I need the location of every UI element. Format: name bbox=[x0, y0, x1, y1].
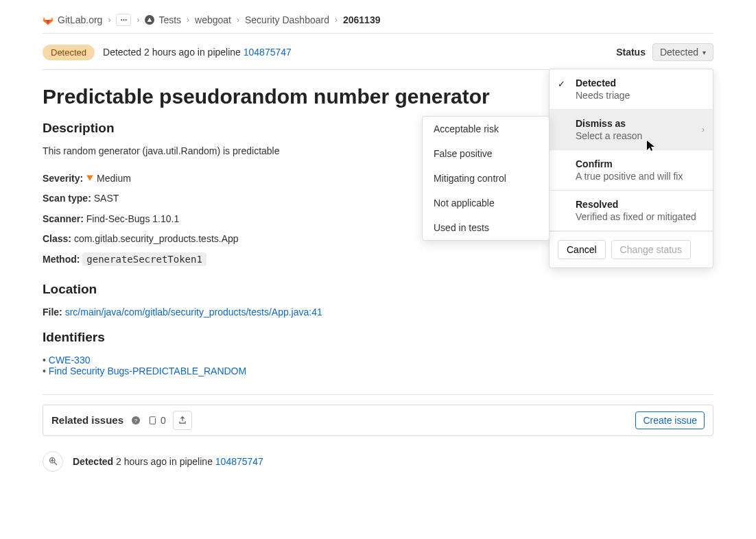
option-title: Resolved bbox=[576, 199, 702, 210]
gitlab-icon bbox=[43, 14, 54, 25]
issue-icon bbox=[148, 416, 158, 425]
method-key: Method: bbox=[43, 254, 80, 265]
pipeline-link[interactable]: 104875747 bbox=[244, 47, 292, 58]
issue-count-value: 0 bbox=[161, 415, 166, 426]
identifier-link[interactable]: Find Security Bugs-PREDICTABLE_RANDOM bbox=[49, 366, 246, 376]
search-plus-icon bbox=[43, 451, 63, 472]
option-subtitle: A true positive and will fix bbox=[576, 171, 702, 182]
scanner-key: Scanner: bbox=[43, 213, 84, 224]
status-dropdown-toggle[interactable]: Detected ▾ bbox=[652, 43, 713, 61]
export-button[interactable] bbox=[173, 411, 192, 430]
dismiss-reason-item[interactable]: Acceptable risk bbox=[423, 117, 549, 141]
option-title: Dismiss as bbox=[576, 118, 702, 129]
breadcrumb-dashboard[interactable]: Security Dashboard bbox=[245, 14, 329, 25]
option-subtitle: Verified as fixed or mitigated bbox=[576, 211, 702, 222]
detected-time: 2 hours ago bbox=[144, 47, 195, 58]
breadcrumb-tests-label: Tests bbox=[158, 14, 181, 25]
cancel-button[interactable]: Cancel bbox=[558, 240, 606, 259]
chevron-right-icon: › bbox=[702, 125, 705, 134]
chevron-right-icon: › bbox=[108, 15, 110, 25]
option-subtitle: Needs triage bbox=[576, 90, 702, 101]
scantype-value: SAST bbox=[94, 193, 119, 204]
dismiss-reason-item[interactable]: Not applicable bbox=[423, 191, 549, 215]
file-link[interactable]: src/main/java/com/gitlab/security_produc… bbox=[65, 307, 322, 318]
location-heading: Location bbox=[43, 282, 713, 297]
option-subtitle: Select a reason bbox=[576, 130, 702, 141]
chevron-right-icon: › bbox=[237, 15, 239, 25]
scanner-value: Find-Sec-Bugs 1.10.1 bbox=[86, 213, 179, 224]
severity-icon bbox=[86, 169, 94, 189]
identifier-link[interactable]: CWE-330 bbox=[49, 355, 91, 366]
detected-mid: in pipeline bbox=[195, 47, 244, 58]
dismiss-reason-item[interactable]: False positive bbox=[423, 141, 549, 166]
list-item: Find Security Bugs-PREDICTABLE_RANDOM bbox=[43, 366, 713, 376]
breadcrumb-overflow-button[interactable]: ··· bbox=[116, 14, 131, 26]
breadcrumb-tests[interactable]: Tests bbox=[145, 14, 181, 25]
dismiss-reason-item[interactable]: Used in tests bbox=[423, 215, 549, 240]
detected-prefix: Detected bbox=[103, 47, 144, 58]
breadcrumb: GitLab.org › ··· › Tests › webgoat › Sec… bbox=[43, 11, 713, 34]
option-title: Confirm bbox=[576, 158, 702, 169]
identifiers-list: CWE-330 Find Security Bugs-PREDICTABLE_R… bbox=[43, 355, 713, 376]
issue-count: 0 bbox=[148, 415, 166, 426]
status-dropdown-value: Detected bbox=[660, 47, 698, 58]
project-avatar-icon bbox=[145, 15, 154, 25]
status-bar: Detected Detected 2 hours ago in pipelin… bbox=[43, 34, 713, 70]
detected-text: Detected 2 hours ago in pipeline 1048757… bbox=[103, 47, 292, 58]
severity-key: Severity: bbox=[43, 173, 83, 184]
export-icon bbox=[178, 416, 187, 425]
file-row: File: src/main/java/com/gitlab/security_… bbox=[43, 307, 713, 318]
related-issues-panel: Related issues ? 0 Create issue bbox=[43, 405, 713, 436]
chevron-right-icon: › bbox=[335, 15, 338, 25]
activity-prefix: Detected bbox=[73, 456, 113, 467]
breadcrumb-root[interactable]: GitLab.org bbox=[43, 14, 102, 25]
breadcrumb-root-label: GitLab.org bbox=[58, 14, 102, 25]
status-badge: Detected bbox=[43, 45, 95, 60]
status-option-resolved[interactable]: Resolved Verified as fixed or mitigated bbox=[550, 191, 713, 231]
activity-pipeline-link[interactable]: 104875747 bbox=[215, 456, 263, 467]
identifiers-heading: Identifiers bbox=[43, 330, 713, 345]
option-title: Detected bbox=[576, 77, 702, 88]
status-change-popover: ✓ Detected Needs triage Dismiss as Selec… bbox=[549, 69, 713, 268]
dismiss-reason-submenu: Acceptable risk False positive Mitigatin… bbox=[422, 116, 550, 241]
status-option-dismiss[interactable]: Dismiss as Select a reason › bbox=[550, 110, 713, 150]
class-value: com.gitlab.security_products.tests.App bbox=[74, 233, 239, 244]
class-key: Class: bbox=[43, 233, 71, 244]
related-issues-title: Related issues bbox=[51, 414, 123, 426]
create-issue-button[interactable]: Create issue bbox=[635, 411, 705, 429]
dismiss-reason-item[interactable]: Mitigating control bbox=[423, 166, 549, 191]
change-status-button[interactable]: Change status bbox=[611, 240, 691, 259]
chevron-down-icon: ▾ bbox=[702, 49, 706, 56]
breadcrumb-project[interactable]: webgoat bbox=[195, 14, 231, 25]
status-option-confirm[interactable]: Confirm A true positive and will fix bbox=[550, 150, 713, 191]
chevron-right-icon: › bbox=[187, 15, 189, 25]
status-option-detected[interactable]: ✓ Detected Needs triage bbox=[550, 69, 713, 110]
activity-text: Detected 2 hours ago in pipeline 1048757… bbox=[73, 456, 263, 467]
activity-time: 2 hours ago in pipeline bbox=[113, 456, 215, 467]
file-key: File: bbox=[43, 307, 62, 318]
breadcrumb-current: 2061139 bbox=[343, 14, 381, 25]
method-value: generateSecretToken1 bbox=[82, 252, 206, 266]
severity-value: Medium bbox=[97, 173, 131, 184]
help-icon[interactable]: ? bbox=[130, 415, 141, 426]
chevron-right-icon: › bbox=[137, 15, 139, 25]
divider bbox=[43, 394, 713, 395]
activity-row: Detected 2 hours ago in pipeline 1048757… bbox=[43, 451, 713, 472]
status-label: Status bbox=[616, 47, 646, 58]
check-icon: ✓ bbox=[558, 79, 565, 89]
list-item: CWE-330 bbox=[43, 355, 713, 366]
scantype-key: Scan type: bbox=[43, 193, 91, 204]
svg-text:?: ? bbox=[134, 418, 138, 424]
